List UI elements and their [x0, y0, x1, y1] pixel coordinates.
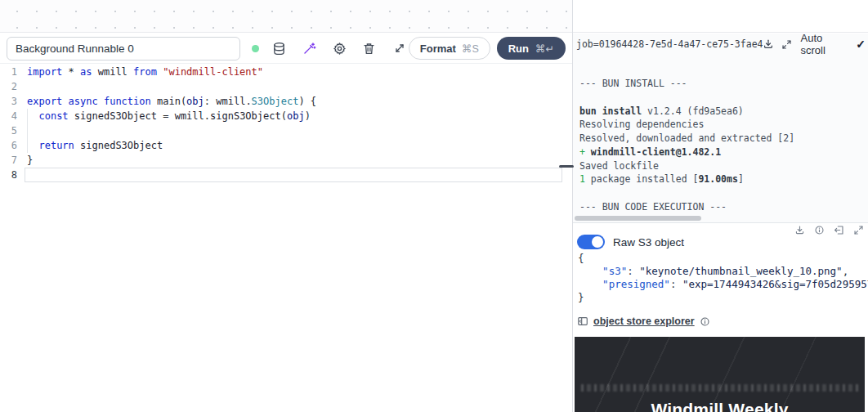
preview-blurred-text — [581, 384, 858, 392]
fullscreen-icon[interactable] — [853, 225, 864, 235]
object-store-explorer-link[interactable]: object store explorer — [593, 316, 695, 327]
panel-left-icon — [577, 316, 588, 327]
auto-scroll-label: Auto scroll — [800, 34, 846, 56]
output-pane-topbar — [573, 0, 868, 33]
editor-pane: Format ⌘S Run ⌘↵ 12345678 import * as wm… — [0, 0, 573, 412]
arrow-into-panel-icon[interactable] — [834, 225, 844, 235]
preview-title: Windmill Weekly — [575, 400, 865, 412]
windmill-script-editor: Format ⌘S Run ⌘↵ 12345678 import * as wm… — [0, 0, 868, 412]
gear-icon[interactable] — [330, 38, 349, 58]
info-icon[interactable] — [700, 316, 710, 327]
raw-s3-toggle-row: Raw S3 object — [577, 235, 684, 249]
run-label: Run — [508, 43, 529, 55]
run-button[interactable]: Run ⌘↵ — [497, 37, 566, 60]
database-icon[interactable] — [271, 38, 289, 58]
format-shortcut: ⌘S — [462, 43, 479, 55]
job-id-link[interactable]: job=01964428-7e5d-4a47-ce75-3fae4 — [576, 38, 763, 50]
toolbar-actions: Format ⌘S Run ⌘↵ — [409, 37, 566, 60]
run-shortcut: ⌘↵ — [535, 43, 554, 55]
download-icon[interactable] — [794, 225, 805, 235]
output-pane: job=01964428-7e5d-4a47-ce75-3fae4 Auto s… — [573, 0, 868, 412]
job-row: job=01964428-7e5d-4a47-ce75-3fae4 Auto s… — [576, 36, 866, 52]
trash-icon[interactable] — [360, 38, 379, 58]
editor-toolbar: Format ⌘S Run ⌘↵ — [0, 34, 572, 64]
info-icon[interactable] — [814, 225, 825, 235]
raw-s3-toggle-label: Raw S3 object — [613, 236, 684, 249]
result-json[interactable]: { "s3": "keynote/thumbnail_weekly_10.png… — [578, 252, 868, 304]
auto-scroll-checkbox[interactable]: ✓ — [856, 38, 866, 51]
canvas-grid-background — [0, 0, 572, 33]
log-section: job=01964428-7e5d-4a47-ce75-3fae4 Auto s… — [573, 34, 868, 223]
log-horizontal-scrollbar[interactable] — [575, 216, 701, 221]
pane-resize-handle[interactable] — [559, 165, 574, 168]
format-button[interactable]: Format ⌘S — [409, 37, 490, 60]
result-toolbar — [794, 225, 864, 235]
download-icon[interactable] — [763, 38, 774, 50]
object-store-explorer-row: object store explorer — [577, 316, 710, 327]
line-numbers: 12345678 — [0, 65, 17, 182]
runnable-name-input[interactable] — [7, 37, 240, 60]
expand-diagonal-icon[interactable] — [390, 38, 409, 58]
ai-wand-icon[interactable] — [300, 38, 319, 58]
job-logs: --- BUN INSTALL --- bun install v1.2.4 (… — [579, 77, 868, 214]
format-label: Format — [420, 43, 456, 55]
status-dot — [252, 45, 258, 52]
s3-image-preview[interactable]: Windmill Weekly — [575, 337, 865, 412]
code-editor[interactable]: 12345678 import * as wmill from "windmil… — [0, 64, 572, 412]
code-content[interactable]: import * as wmill from "windmill-client"… — [27, 65, 570, 182]
raw-s3-toggle[interactable] — [577, 235, 605, 249]
fullscreen-icon[interactable] — [781, 39, 792, 50]
toggle-knob — [592, 236, 603, 248]
